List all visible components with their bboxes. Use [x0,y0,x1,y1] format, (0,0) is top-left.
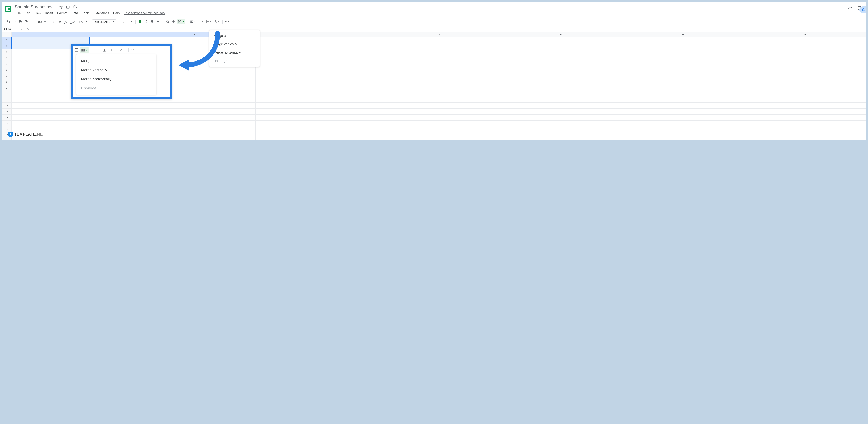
watermark-suffix: .NET [36,132,45,137]
merge-all-option[interactable]: Merge all [209,32,259,40]
row-header[interactable]: 15 [2,121,11,126]
text-rotation-icon[interactable] [213,19,220,24]
menu-bar: File Edit View Insert Format Data Tools … [14,10,847,16]
row-header[interactable]: 11 [2,97,11,103]
unmerge-option[interactable]: Unmerge [76,84,156,93]
sheets-logo[interactable] [4,3,12,14]
separator [222,20,223,24]
svg-marker-4 [59,5,62,8]
row-header[interactable]: 5 [2,61,11,67]
merge-horizontally-option[interactable]: Merge horizontally [209,48,259,57]
row-header[interactable]: 3 [2,49,11,55]
last-edit-link[interactable]: Last edit was 59 minutes ago [124,11,164,15]
caret-down-icon [210,21,211,22]
merge-cells-button[interactable] [177,19,185,24]
caret-down-icon [113,21,115,22]
menu-help[interactable]: Help [111,10,121,16]
watermark-brand: TEMPLATE [14,132,36,137]
merge-vertically-option[interactable]: Merge vertically [209,40,259,48]
fill-color-icon[interactable] [165,19,170,24]
svg-rect-28 [82,49,83,51]
menu-view[interactable]: View [33,10,43,16]
row-header[interactable]: 7 [2,73,11,79]
doc-title[interactable]: Sample Spreadsheet [14,4,56,10]
name-box[interactable]: A1:B2 [2,26,24,32]
merge-vertically-option[interactable]: Merge vertically [76,65,156,74]
borders-icon[interactable] [171,19,176,24]
caret-down-icon [116,50,117,51]
row-header[interactable]: 6 [2,67,11,73]
formula-bar-row: A1:B2 fx [2,26,866,32]
redo-icon[interactable] [11,19,17,24]
activity-icon[interactable] [847,6,852,10]
row-header[interactable]: 9 [2,85,11,91]
menu-insert[interactable]: Insert [43,10,55,16]
bold-button[interactable]: B [137,19,143,24]
merge-all-option[interactable]: Merge all [76,56,156,65]
undo-icon[interactable] [6,19,11,24]
number-format-dropdown[interactable]: 123 [76,19,88,24]
paint-format-icon[interactable] [24,19,29,24]
horizontal-align-icon[interactable] [93,47,101,53]
row-header[interactable]: 8 [2,79,11,85]
app-window: Sample Spreadsheet File Edit View Insert… [2,2,866,141]
column-header[interactable]: G [744,32,866,37]
increase-decimal-button[interactable]: .00 [69,19,76,24]
column-header[interactable]: C [256,32,378,37]
row-header[interactable]: 16 [2,126,11,132]
merge-dropdown-menu: Merge all Merge vertically Merge horizon… [209,30,259,67]
row-header[interactable]: 1 [2,37,11,43]
menu-extensions[interactable]: Extensions [92,10,111,16]
font-size-dropdown[interactable]: 10 [119,19,133,24]
menu-format[interactable]: Format [55,10,69,16]
doc-header: Sample Spreadsheet File Edit View Insert… [2,2,866,16]
merge-cells-button[interactable] [80,47,89,53]
print-icon[interactable] [18,19,23,24]
text-wrap-icon[interactable] [205,19,213,24]
strikethrough-button[interactable]: S [149,19,155,24]
zoom-dropdown[interactable]: 100% [33,19,47,24]
column-header[interactable]: A [11,32,134,37]
vertical-align-icon[interactable] [101,47,109,53]
move-icon[interactable] [66,5,70,9]
menu-data[interactable]: Data [69,10,80,16]
menu-edit[interactable]: Edit [23,10,32,16]
toolbar-more-button[interactable]: ••• [131,47,137,53]
menu-tools[interactable]: Tools [80,10,92,16]
row-header[interactable]: 18 [2,139,11,141]
vertical-align-icon[interactable] [197,19,205,24]
currency-button[interactable]: $ [51,19,56,24]
italic-button[interactable]: I [143,19,149,24]
tutorial-callout: ••• Merge all Merge vertically Merge hor… [71,44,172,99]
text-rotation-icon[interactable] [119,47,126,53]
text-color-button[interactable]: A [155,19,161,24]
svg-rect-9 [863,9,865,11]
caret-down-icon [202,21,204,22]
merge-horizontally-option[interactable]: Merge horizontally [76,74,156,84]
star-icon[interactable] [59,5,63,9]
row-header[interactable]: 10 [2,91,11,97]
horizontal-align-icon[interactable] [189,19,196,24]
select-all-corner[interactable] [2,32,11,37]
column-header[interactable]: D [378,32,500,37]
percent-button[interactable]: % [57,19,62,24]
row-header[interactable]: 4 [2,55,11,61]
row-header[interactable]: 13 [2,109,11,115]
decrease-decimal-button[interactable]: .0 [63,19,69,24]
row-header[interactable]: 2 [2,43,11,49]
cloud-status-icon[interactable] [73,5,77,9]
row-header[interactable]: 12 [2,103,11,109]
watermark: T TEMPLATE.NET [8,132,45,137]
unmerge-option[interactable]: Unmerge [209,57,259,65]
menu-file[interactable]: File [14,10,23,16]
column-header[interactable]: F [622,32,744,37]
column-header[interactable]: E [500,32,622,37]
formula-input[interactable] [35,26,866,32]
share-button-clipped[interactable] [860,6,866,13]
borders-icon[interactable] [74,47,79,53]
text-wrap-icon[interactable] [110,47,118,53]
caret-down-icon [107,50,108,51]
toolbar-more-button[interactable]: ••• [224,19,230,24]
font-dropdown[interactable]: Default (Ari... [92,19,116,24]
row-header[interactable]: 14 [2,115,11,121]
